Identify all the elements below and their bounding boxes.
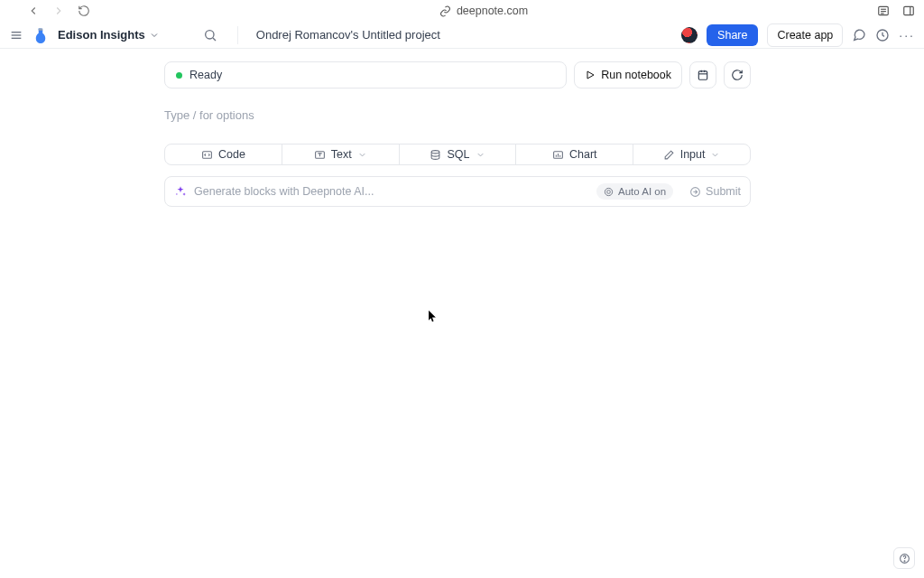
search-icon[interactable] [203, 28, 217, 42]
status-dot-icon [176, 72, 182, 79]
play-icon [585, 70, 596, 80]
help-icon [899, 553, 910, 564]
chart-icon [552, 149, 564, 161]
share-button[interactable]: Share [707, 24, 758, 46]
restart-button[interactable] [724, 61, 751, 89]
cursor-icon [428, 310, 437, 322]
auto-ai-label: Auto AI on [618, 186, 666, 197]
svg-line-13 [213, 38, 216, 41]
block-type-bar: Code Text SQL Chart In [164, 144, 751, 165]
run-label: Run notebook [601, 69, 671, 81]
menu-icon[interactable] [9, 28, 23, 42]
svg-point-27 [605, 188, 612, 195]
chevron-down-icon [476, 150, 485, 160]
block-type-text[interactable]: Text [282, 144, 399, 164]
database-icon [430, 149, 441, 161]
svg-point-28 [607, 190, 611, 193]
chevron-down-icon [357, 150, 367, 160]
logo-icon [32, 27, 49, 43]
svg-rect-11 [39, 28, 43, 30]
refresh-icon[interactable] [78, 5, 90, 17]
text-icon [314, 149, 326, 161]
calendar-icon [697, 69, 709, 81]
block-type-label: Input [680, 148, 706, 161]
ai-placeholder: Generate blocks with Deepnote AI... [194, 185, 589, 198]
comments-icon[interactable] [852, 28, 866, 42]
project-title[interactable]: Ondrej Romancov's Untitled project [256, 28, 440, 42]
block-type-label: Code [218, 148, 245, 161]
svg-point-32 [904, 560, 905, 561]
block-type-code[interactable]: Code [165, 144, 282, 164]
block-type-label: Chart [569, 148, 597, 161]
run-notebook-button[interactable]: Run notebook [574, 61, 682, 89]
sparkle-icon [174, 185, 187, 198]
forward-icon [52, 5, 65, 17]
url-text: deepnote.com [457, 5, 528, 17]
back-icon[interactable] [27, 5, 40, 17]
editor-placeholder[interactable]: Type / for options [164, 108, 751, 122]
submit-icon [689, 186, 701, 198]
status-label: Ready [189, 69, 222, 81]
status-indicator[interactable]: Ready [164, 61, 567, 89]
reload-icon [731, 69, 744, 81]
divider [237, 26, 238, 44]
panel-right-icon[interactable] [902, 5, 915, 17]
list-icon[interactable] [877, 5, 890, 17]
block-type-sql[interactable]: SQL [399, 144, 516, 164]
bolt-icon [604, 187, 614, 197]
block-type-label: SQL [447, 148, 469, 161]
pencil-icon [663, 149, 675, 161]
svg-rect-6 [904, 6, 914, 14]
chevron-down-icon [710, 150, 720, 160]
clock-icon[interactable] [875, 28, 890, 42]
address-bar[interactable]: deepnote.com [439, 5, 528, 17]
create-app-button[interactable]: Create app [767, 23, 843, 47]
svg-point-12 [205, 30, 213, 38]
avatar[interactable] [681, 27, 698, 43]
block-type-chart[interactable]: Chart [515, 144, 633, 164]
workspace-name: Edison Insights [58, 28, 145, 42]
schedule-button[interactable] [689, 61, 716, 89]
more-icon[interactable]: ··· [899, 28, 915, 42]
submit-button[interactable]: Submit [689, 185, 741, 198]
submit-label: Submit [706, 185, 741, 198]
svg-point-22 [432, 150, 440, 153]
auto-ai-toggle[interactable]: Auto AI on [596, 183, 673, 200]
block-type-label: Text [331, 148, 352, 161]
help-button[interactable] [893, 547, 915, 569]
block-type-input[interactable]: Input [633, 144, 750, 164]
ai-generate-bar[interactable]: Generate blocks with Deepnote AI... Auto… [164, 176, 751, 207]
chevron-down-icon [149, 30, 160, 41]
code-icon [201, 149, 213, 161]
workspace-dropdown[interactable]: Edison Insights [58, 28, 160, 42]
svg-rect-16 [698, 71, 707, 79]
link-icon [439, 5, 451, 17]
svg-marker-15 [587, 71, 594, 79]
